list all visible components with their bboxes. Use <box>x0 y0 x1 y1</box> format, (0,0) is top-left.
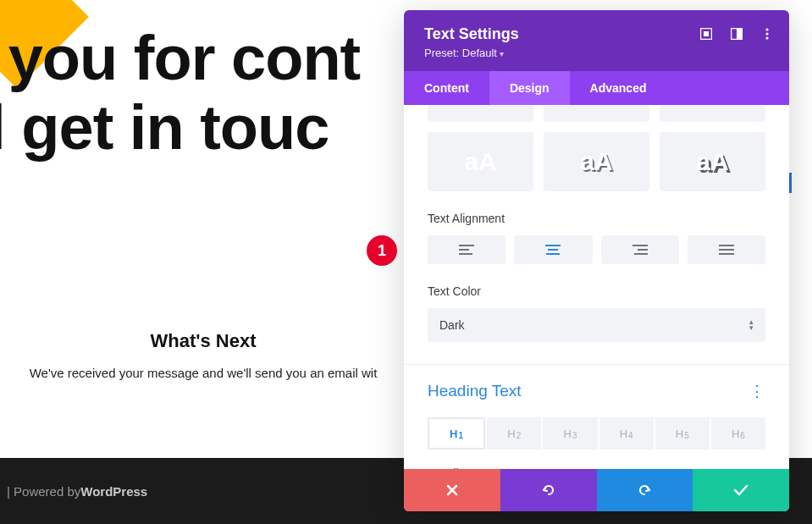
heading-level-row: H1 H2 H3 H4 H5 H6 <box>404 400 789 450</box>
heading-level-h4[interactable]: H4 <box>599 417 654 450</box>
whats-next-section: What's Next We've received your message … <box>0 330 406 380</box>
heading-text-title: Heading Text <box>428 382 522 400</box>
footer-brand: WordPress <box>80 484 147 499</box>
heading-level-h1[interactable]: H1 <box>428 417 485 450</box>
text-shadow-row: aA aA aA <box>404 132 789 191</box>
align-right-button[interactable] <box>601 235 679 264</box>
svg-rect-3 <box>737 29 742 39</box>
heading-level-h2[interactable]: H2 <box>487 417 541 450</box>
heading-text-group-header[interactable]: Heading Text ⋮ <box>404 365 789 400</box>
heading-level-h3[interactable]: H3 <box>543 417 597 450</box>
whats-next-title: What's Next <box>0 330 406 352</box>
shadow-option-drop[interactable]: aA <box>544 132 649 191</box>
footer-prefix: | Powered by <box>7 484 80 499</box>
shadow-sample-label: aA <box>580 147 612 176</box>
panel-header-actions <box>699 27 774 41</box>
align-justify-button[interactable] <box>688 235 765 264</box>
svg-point-6 <box>765 36 768 39</box>
heading-line-2: 'll get in touc <box>0 95 360 161</box>
marker-number: 1 <box>378 242 386 260</box>
shadow-option[interactable] <box>660 105 765 122</box>
panel-action-bar <box>404 469 789 511</box>
undo-button[interactable] <box>500 469 597 511</box>
heading-level-h6[interactable]: H6 <box>711 417 765 450</box>
cancel-button[interactable] <box>404 469 500 511</box>
panel-header: Text Settings Preset: Default <box>404 10 789 71</box>
text-settings-panel: Text Settings Preset: Default Content De… <box>404 10 789 511</box>
panel-body: aA aA aA Text Alignment Text Color Dark … <box>404 105 789 469</box>
annotation-marker-1: 1 <box>367 235 397 266</box>
shadow-sample-label: aA <box>464 147 496 176</box>
text-color-value: Dark <box>439 318 465 332</box>
heading-level-h5[interactable]: H5 <box>655 417 710 450</box>
panel-tabs: Content Design Advanced <box>404 71 789 105</box>
expand-icon[interactable] <box>699 27 713 41</box>
tab-design[interactable]: Design <box>489 71 570 105</box>
dock-icon[interactable] <box>730 27 743 41</box>
heading-font-label: Heading Font <box>404 450 789 469</box>
shadow-option[interactable] <box>544 105 649 122</box>
heading-line-1: k you for cont <box>0 25 360 91</box>
save-button[interactable] <box>693 469 789 511</box>
panel-preset-dropdown[interactable]: Preset: Default <box>424 47 769 59</box>
text-shadow-row-partial <box>404 105 789 122</box>
whats-next-body: We've received your message and we'll se… <box>0 366 406 380</box>
align-center-button[interactable] <box>514 235 592 264</box>
shadow-option-soft[interactable]: aA <box>428 132 533 191</box>
svg-point-4 <box>765 28 768 30</box>
shadow-option[interactable] <box>428 105 533 122</box>
text-color-select[interactable]: Dark ▴▾ <box>428 308 765 342</box>
select-chevrons-icon: ▴▾ <box>749 319 754 331</box>
text-alignment-label: Text Alignment <box>404 191 789 235</box>
redo-button[interactable] <box>597 469 693 511</box>
heading-group-more-icon[interactable]: ⋮ <box>748 382 765 400</box>
text-alignment-row <box>404 235 789 264</box>
more-icon[interactable] <box>760 27 774 41</box>
align-left-button[interactable] <box>428 235 505 264</box>
svg-point-5 <box>765 32 768 35</box>
tab-content[interactable]: Content <box>404 71 489 105</box>
shadow-option-hard[interactable]: aA <box>660 132 765 191</box>
tab-advanced[interactable]: Advanced <box>570 71 667 105</box>
text-color-label: Text Color <box>404 264 789 308</box>
page-heading: k you for cont 'll get in touc <box>0 25 360 160</box>
shadow-sample-label: aA <box>696 147 728 176</box>
svg-rect-1 <box>704 31 709 36</box>
